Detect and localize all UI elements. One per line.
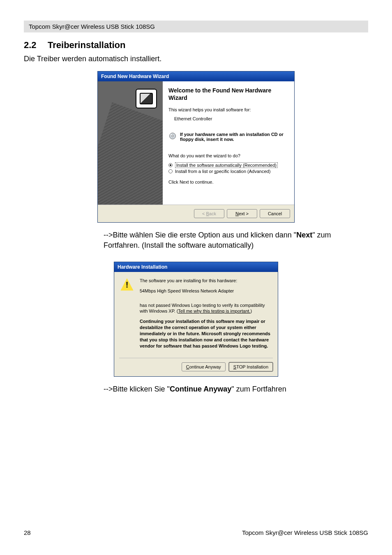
hw-logo-test-text: has not passed Windows Logo testing to v… [140,302,272,315]
hw-line1: The software you are installing for this… [140,278,272,284]
wizard-titlebar: Found New Hardware Wizard [98,71,294,81]
wizard-radio-group: Install the software automatically (Reco… [168,162,288,174]
wizard-question: What do you want the wizard to do? [168,153,288,158]
tell-me-why-link[interactable]: Tell me why this testing is important. [178,309,250,313]
doc-header: Topcom Skyr@cer Wireless USB Stick 108SG [24,21,368,32]
section-heading: 2.2Treiberinstallation [24,40,368,51]
next-button[interactable]: Next > [227,209,257,218]
hw-device-name: 54Mbps High Speed Wireless Network Adapt… [140,288,272,298]
wizard-footer: < Back Next > Cancel [98,205,294,222]
section-number: 2.2 [24,40,48,51]
hardware-icon [136,89,157,108]
wizard-cd-tip-text: If your hardware came with an installati… [180,132,288,142]
radio-label-specific: Install from a list or specific location… [175,169,270,174]
hardware-installation-dialog: Hardware Installation ! The software you… [114,262,278,377]
back-button: < Back [194,209,224,218]
stop-installation-button[interactable]: STOP Installation [229,362,273,371]
radio-dot-selected [168,163,173,167]
wizard-side-graphic [98,81,163,205]
wizard-body: Welcome to the Found New Hardware Wizard… [98,81,294,205]
section-title-text: Treiberinstallation [48,40,126,50]
radio-install-specific[interactable]: Install from a list or specific location… [168,169,288,174]
wizard-continue-text: Click Next to continue. [168,180,288,184]
radio-label-auto: Install the software automatically (Reco… [175,162,278,168]
found-new-hardware-wizard-dialog: Found New Hardware Wizard Welcome to the… [97,71,295,223]
footer-product-name: Topcom Skyr@cer Wireless USB Stick 108SG [242,529,368,536]
svg-point-2 [170,134,172,135]
continue-anyway-button[interactable]: Continue Anyway [182,362,226,371]
instruction-1: -->Bitte wählen Sie die erste Option aus… [104,230,368,250]
wizard-helps-text: This wizard helps you install software f… [168,107,288,112]
page-number: 28 [24,529,31,536]
side-graphic-shadow [98,102,163,205]
cd-icon [168,132,177,140]
wizard-device-name: Ethernet Controller [168,116,288,121]
wizard-heading: Welcome to the Found New Hardware Wizard [168,87,288,101]
intro-text: Die Treiber werden automatisch installie… [24,54,368,64]
wizard-content: Welcome to the Found New Hardware Wizard… [163,81,294,205]
radio-dot [168,169,173,173]
radio-install-automatically[interactable]: Install the software automatically (Reco… [168,162,288,168]
warning-icon: ! [120,278,134,292]
svg-point-1 [172,135,173,137]
hw-body: ! The software you are installing for th… [114,272,278,356]
instruction-2: -->Bitte klicken Sie "Continue Anyway" z… [104,384,368,394]
hw-text: The software you are installing for this… [140,278,272,353]
wizard-cd-tip: If your hardware came with an installati… [168,132,288,142]
hw-footer: Continue Anyway STOP Installation [114,358,278,376]
hw-warning-bold: Continuing your installation of this sof… [140,318,272,349]
hw-titlebar: Hardware Installation [114,262,278,272]
page-footer: 28 Topcom Skyr@cer Wireless USB Stick 10… [24,529,368,536]
cancel-button[interactable]: Cancel [260,209,290,218]
